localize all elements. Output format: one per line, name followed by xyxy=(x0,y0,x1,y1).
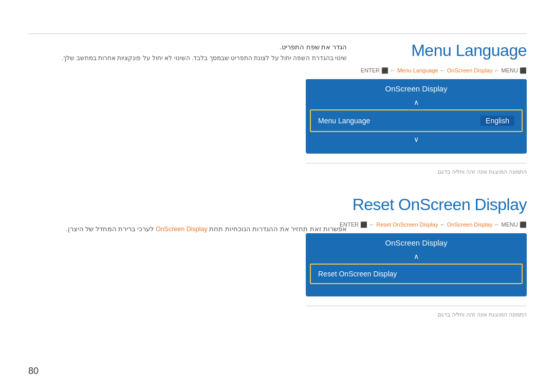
osd-box-1: OnScreen Display ∧ Menu Language English… xyxy=(306,79,527,154)
menu-language-row: Menu Language English xyxy=(310,109,523,132)
bc-link-reset: Reset OnScreen Display xyxy=(376,221,438,228)
page-number: 80 xyxy=(28,366,39,377)
hebrew-text-3-part2: לערכי ברירת המחדל של היצרן. xyxy=(66,226,156,233)
mid-divider-1 xyxy=(306,163,527,163)
footnote-2: התמונה המוצגת אינה זהה וחליה בדגם. xyxy=(306,311,527,318)
reset-title: Reset OnScreen Display xyxy=(306,195,527,214)
osd-header-1: OnScreen Display xyxy=(306,79,527,96)
osd-box-2: OnScreen Display ∧ Reset OnScreen Displa… xyxy=(306,233,527,296)
osd-bottom-1 xyxy=(306,145,527,154)
osd-header-label-2: OnScreen Display xyxy=(315,238,517,247)
bc-menu-1: ← MENU ⬛ xyxy=(492,67,527,73)
reset-section: Reset OnScreen Display ENTER ⬛ ← Reset O… xyxy=(306,195,527,318)
bc-link-onscreen-1: OnScreen Display xyxy=(447,67,493,73)
left-section: הגדר את שפח התפריט. שינוי בהגדרת השפה יח… xyxy=(28,41,347,235)
hebrew-text-2: שינוי בהגדרת השפה יחול על לצונת התפריט ש… xyxy=(28,53,347,64)
bc-arrow-1: ← xyxy=(438,67,447,73)
osd-header-2: OnScreen Display xyxy=(306,233,527,250)
reset-row: Reset OnScreen Display xyxy=(310,264,523,284)
bc-enter-2: ENTER ⬛ ← xyxy=(340,221,376,228)
footnote-1: התמונה המוצגת אינה זהה וחליה בדגם. xyxy=(306,169,527,175)
right-section: Menu Language ENTER ⬛ ← Menu Language ← … xyxy=(306,41,527,333)
mid-divider-2 xyxy=(306,306,527,306)
arrow-up-1: ∧ xyxy=(306,96,527,108)
hebrew-text-osd-link: OnScreen Display xyxy=(156,226,208,233)
bc-link-menu-language: Menu Language xyxy=(397,67,438,73)
hebrew-block-1: הגדר את שפח התפריט. שינוי בהגדרת השפה יח… xyxy=(28,41,347,64)
menu-language-row-label: Menu Language xyxy=(318,117,370,125)
menu-language-breadcrumb: ENTER ⬛ ← Menu Language ← OnScreen Displ… xyxy=(306,67,527,74)
osd-bottom-2 xyxy=(306,288,527,296)
top-divider xyxy=(28,33,527,34)
hebrew-text-1: הגדר את שפח התפריט. xyxy=(28,41,347,53)
osd-header-label-1: OnScreen Display xyxy=(315,84,517,93)
bc-menu-2: ← MENU ⬛ xyxy=(492,221,527,228)
hebrew-block-2: אפשרות זאת תחזיר את ההגדרות הנוכחיות תחת… xyxy=(28,223,347,235)
arrow-up-2: ∧ xyxy=(306,250,527,263)
bc-arrow-2: ← xyxy=(438,221,447,228)
reset-row-label: Reset OnScreen Display xyxy=(318,270,397,278)
menu-language-title: Menu Language xyxy=(306,41,527,60)
bc-link-onscreen-2: OnScreen Display xyxy=(447,221,493,228)
menu-language-row-value: English xyxy=(480,116,514,126)
bc-enter-1: ENTER ⬛ ← xyxy=(361,67,397,73)
menu-language-section: Menu Language ENTER ⬛ ← Menu Language ← … xyxy=(306,41,527,175)
arrow-down-1: ∨ xyxy=(306,133,527,145)
reset-breadcrumb: ENTER ⬛ ← Reset OnScreen Display ← OnScr… xyxy=(306,221,527,228)
